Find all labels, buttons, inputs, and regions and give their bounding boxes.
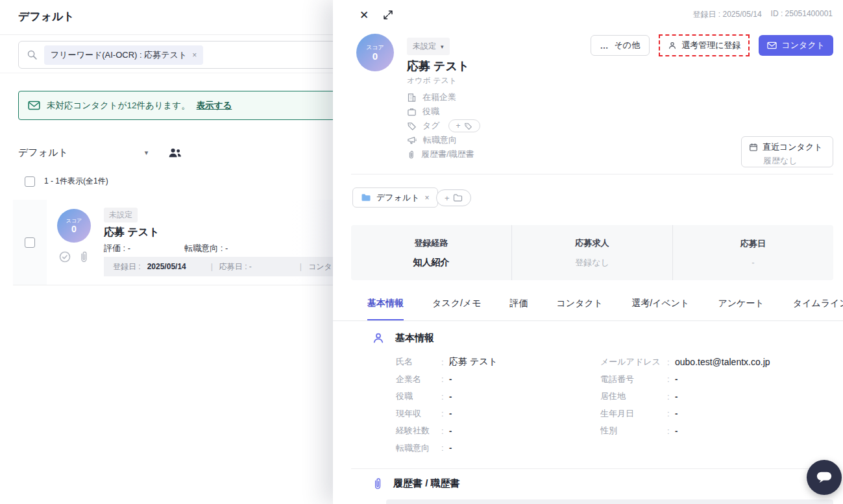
position-field[interactable]: 役職 [407,104,480,119]
basic-info-header: 基本情報 [372,331,434,344]
info-row: 転職意向 : - [396,440,498,457]
field-label: 役職 [396,390,441,402]
status-dropdown[interactable]: 未設定 ▾ [407,38,450,55]
tab-tasks-memo[interactable]: タスク/メモ [432,298,482,320]
expand-icon[interactable] [382,9,394,21]
detail-tabs: 基本情報 タスク/メモ 評価 コンタクト 選考/イベント アンケート タイムライ… [333,298,843,321]
summary-table: 登録経路 知人紹介 応募求人 登録なし 応募日 - [351,225,833,280]
tab-basic-info[interactable]: 基本情報 [367,298,404,320]
info-row: 電話番号 : - [600,371,770,389]
field-separator: : [441,409,449,418]
resume-section-title: 履歴書 / 職歴書 [393,477,460,490]
tab-timeline[interactable]: タイムライン [793,298,843,320]
assignees-icon[interactable] [168,147,182,158]
tag-icon [407,121,417,131]
recent-contact-title: 直近コンタクト [763,141,823,153]
summary-col-date: 応募日 - [672,225,833,280]
view-selector[interactable]: デフォルト [18,147,68,159]
tab-contact[interactable]: コンタクト [557,298,604,320]
field-label: メールアドレス [600,356,667,368]
search-icon [27,49,38,60]
summary-value: 知人紹介 [413,257,450,269]
result-count-row: 1 - 1件表示(全1件) [25,176,108,187]
field-label: 現年収 [396,408,441,420]
company-field[interactable]: 在籍企業 [407,90,480,104]
folder-outline-icon [453,194,463,202]
info-row: 現年収 : - [396,405,498,423]
row-checkbox[interactable] [25,237,35,248]
folder-chip[interactable]: デフォルト × [352,187,438,208]
intent-field[interactable]: 転職意向 [407,133,480,147]
field-label: 生年月日 [600,408,667,420]
score-label: スコア [366,44,384,51]
add-tag-button[interactable]: + [448,119,480,132]
paperclip-icon [407,150,415,160]
tag-icon [464,122,472,130]
action-buttons: … その他 選考管理に登録 コンタクト [591,34,833,56]
field-value: - [449,409,452,418]
field-value: - [675,392,678,402]
more-label: その他 [615,40,641,51]
info-row: 生年月日 : - [600,405,770,423]
select-all-checkbox[interactable] [25,176,35,187]
tags-label: タグ [422,120,440,132]
chevron-down-icon: ▾ [441,43,444,50]
intent-label: 転職意向 [423,134,457,146]
field-value: - [675,426,678,436]
row-checkbox-cell [13,200,47,285]
alert-text: 未対応コンタクトが12件あります。 [47,100,190,112]
chat-bubble-icon [815,470,833,485]
add-folder-button[interactable]: + [436,189,471,206]
folder-label: デフォルト [376,192,420,204]
mail-icon [767,42,777,49]
summary-header: 応募求人 [576,237,609,249]
summary-col-route: 登録経路 知人紹介 [351,225,511,280]
show-pending-link[interactable]: 表示する [197,100,232,112]
chevron-down-icon[interactable]: ▾ [145,149,149,157]
field-value: - [675,409,678,418]
calendar-icon [749,143,758,152]
task-check-icon[interactable] [58,250,71,263]
field-separator: : [441,392,449,402]
contact-button[interactable]: コンタクト [759,35,833,56]
panel-meta: 登録日 : 2025/05/14 ID : 25051400001 [693,9,833,20]
field-value: - [449,374,452,384]
remove-filter-icon[interactable]: × [192,51,197,60]
resume-field[interactable]: 履歴書/職歴書 [407,147,480,162]
remove-folder-icon[interactable]: × [425,193,430,202]
section-divider [351,174,833,174]
field-separator: : [667,357,675,367]
view-selector-row: デフォルト ▾ [18,147,182,159]
intent-text: 転職意向 : - [184,243,228,254]
person-icon [668,41,677,50]
close-icon[interactable]: ✕ [360,8,369,22]
more-button[interactable]: … その他 [591,35,650,56]
basic-info-left-column: 氏名 : 応募 テスト 企業名 : - 役職 : - 現年収 : - 経験社数 [396,354,498,457]
building-icon [407,93,417,102]
info-row: 役職 : - [396,388,498,405]
plus-icon: + [456,121,461,130]
register-selection-button[interactable]: 選考管理に登録 [659,34,750,56]
info-row: 経験社数 : - [396,422,498,440]
candidate-name[interactable]: 応募 テスト [104,226,160,239]
tab-survey[interactable]: アンケート [718,298,764,320]
chat-widget-button[interactable] [807,460,842,495]
tab-selection-events[interactable]: 選考/イベント [631,298,689,320]
info-row: 居住地 : - [600,388,770,405]
candidate-kana: オウボ テスト [407,75,457,86]
tab-evaluation[interactable]: 評価 [510,298,528,320]
paperclip-icon [372,477,383,490]
rating-text: 評価 : - [104,243,130,254]
briefcase-icon [407,107,417,117]
profile-field-list: 在籍企業 役職 タグ + [407,90,480,162]
search-filter-chip[interactable]: フリーワード(AI-OCR) : 応募テスト × [44,45,203,65]
info-row: 氏名 : 応募 テスト [396,354,498,371]
field-separator: : [667,392,675,402]
app-root: デフォルト フリーワード(AI-OCR) : 応募テスト × 未対応コンタクトが… [0,0,843,504]
field-value: 応募 テスト [449,356,498,368]
field-label: 性別 [600,425,667,437]
attachment-icon[interactable] [78,250,90,263]
info-row: 企業名 : - [396,371,498,389]
field-label: 居住地 [600,390,667,402]
register-label: 選考管理に登録 [681,40,740,51]
